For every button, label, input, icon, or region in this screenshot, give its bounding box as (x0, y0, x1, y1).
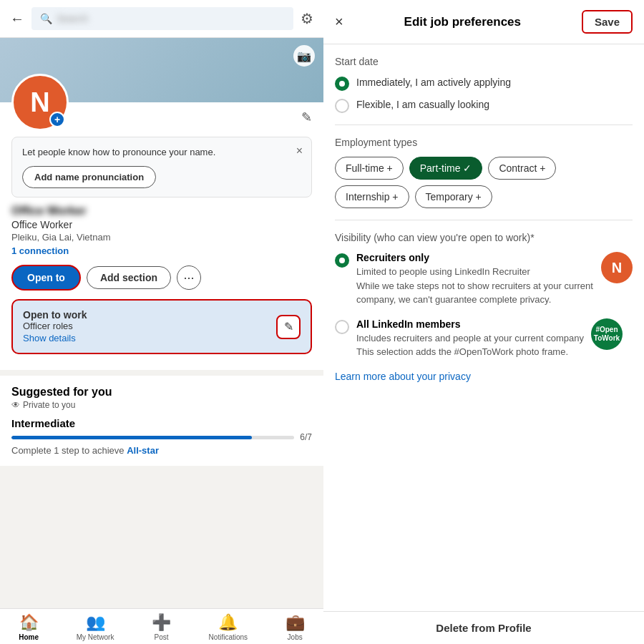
post-label: Post (155, 633, 169, 641)
allstar-link[interactable]: All-star (127, 445, 159, 456)
notifications-icon: 🔔 (218, 613, 238, 632)
connection-count: 1 connection (11, 245, 312, 256)
add-pronunciation-button[interactable]: Add name pronunciation (22, 166, 156, 188)
open-to-work-info: Open to work Officer roles Show details (23, 309, 87, 344)
eye-icon: 👁 (11, 400, 20, 410)
avatar: N + (11, 74, 69, 131)
add-section-button[interactable]: Add section (87, 266, 171, 289)
bottom-nav: 🏠 Home 👥 My Network ➕ Post 🔔 Notificatio… (0, 608, 323, 644)
search-icon: 🔍 (40, 13, 52, 24)
nav-notifications[interactable]: 🔔 Notifications (209, 613, 248, 641)
profile-title: Office Worker (11, 219, 312, 230)
progress-bar-background (11, 436, 294, 439)
progress-label: 6/7 (300, 432, 312, 442)
network-icon: 👥 (86, 613, 105, 632)
progress-bar-row: 6/7 (11, 432, 312, 442)
privacy-link[interactable]: Learn more about your privacy (335, 371, 633, 382)
divider-2 (335, 220, 633, 220)
nav-network[interactable]: 👥 My Network (77, 613, 114, 641)
chip-contract[interactable]: Contract + (488, 157, 556, 180)
network-label: My Network (77, 633, 114, 641)
search-text: Search (57, 13, 88, 24)
close-button[interactable]: × (335, 14, 343, 30)
vis-title-all: All LinkedIn members (356, 318, 584, 330)
open-to-work-role: Officer roles (23, 321, 87, 331)
nav-jobs[interactable]: 💼 Jobs (286, 613, 305, 641)
right-title: Edit job preferences (404, 15, 521, 29)
profile-banner: 📷 N + ✎ × Let people know how to pronoun… (0, 38, 323, 370)
visibility-all-members[interactable]: All LinkedIn members Includes recruiters… (335, 318, 633, 359)
jobs-label: Jobs (288, 633, 303, 641)
radio-flexible-circle (335, 99, 349, 113)
profile-edit-icon[interactable]: ✎ (301, 109, 312, 125)
left-panel: ← 🔍 Search ⚙ 📷 N + ✎ × Let people know h… (0, 0, 323, 644)
action-buttons: Open to Add section ··· (11, 265, 312, 291)
progress-section-title: Intermediate (11, 417, 312, 429)
pronunciation-card: × Let people know how to pronounce your … (11, 137, 312, 197)
visibility-label: Visibility (who can view you're open to … (335, 232, 633, 243)
vis-radio-recruiters (335, 253, 349, 268)
show-details-link[interactable]: Show details (23, 333, 76, 343)
camera-icon[interactable]: 📷 (293, 45, 315, 67)
nav-home[interactable]: 🏠 Home (19, 613, 39, 641)
vis-text-recruiters: Recruiters only Limited to people using … (356, 252, 594, 307)
employment-types-label: Employment types (335, 137, 633, 148)
jobs-icon: 💼 (286, 613, 305, 632)
suggested-title: Suggested for you (11, 386, 312, 399)
radio-immediately[interactable]: Immediately, I am actively applying (335, 76, 633, 91)
private-label: 👁 Private to you (11, 400, 312, 410)
open-to-work-card: Open to work Officer roles Show details … (11, 299, 312, 354)
right-content: Start date Immediately, I am actively ap… (323, 44, 644, 611)
open-to-button[interactable]: Open to (11, 265, 81, 291)
home-icon: 🏠 (19, 613, 39, 632)
post-icon: ➕ (152, 613, 171, 632)
open-to-work-title: Open to work (23, 309, 87, 321)
chip-parttime[interactable]: Part-time ✓ (409, 157, 483, 180)
delete-from-profile-button[interactable]: Delete from Profile (323, 611, 644, 644)
avatar-area: N + ✎ (0, 74, 323, 131)
vis-desc-all: Includes recruiters and people at your c… (356, 331, 584, 359)
edit-open-to-work-button[interactable]: ✎ (276, 315, 301, 339)
pronunciation-text: Let people know how to pronounce your na… (22, 146, 301, 159)
save-button[interactable]: Save (582, 10, 633, 34)
avatar-letter: N (30, 87, 49, 118)
right-header: × Edit job preferences Save (323, 0, 644, 44)
start-date-label: Start date (335, 56, 633, 67)
nav-post[interactable]: ➕ Post (152, 613, 171, 641)
top-bar: ← 🔍 Search ⚙ (0, 0, 323, 38)
employment-chips: Full-time + Part-time ✓ Contract + Inter… (335, 157, 633, 208)
divider-1 (335, 125, 633, 125)
radio-flexible-text: Flexible, I am casually looking (356, 98, 489, 112)
profile-location: Pleiku, Gia Lai, Vietnam (11, 232, 312, 243)
radio-immediately-inner (339, 81, 345, 87)
right-panel: × Edit job preferences Save Start date I… (323, 0, 644, 644)
profile-info: × Let people know how to pronounce your … (0, 131, 323, 370)
search-bar[interactable]: 🔍 Search (31, 7, 293, 30)
progress-bar-fill (11, 436, 252, 439)
add-photo-button[interactable]: + (49, 112, 65, 127)
vis-radio-recruiters-inner (339, 258, 345, 263)
more-options-button[interactable]: ··· (177, 265, 201, 290)
vis-avatar-recruiters: N (601, 252, 633, 283)
back-button[interactable]: ← (10, 11, 24, 27)
radio-flexible[interactable]: Flexible, I am casually looking (335, 98, 633, 113)
home-label: Home (19, 633, 39, 641)
allstar-text: Complete 1 step to achieve All-star (11, 445, 312, 456)
suggested-section: Suggested for you 👁 Private to you Inter… (0, 376, 323, 466)
pencil-icon: ✎ (284, 320, 293, 333)
chip-temporary[interactable]: Temporary + (415, 185, 492, 208)
radio-immediately-text: Immediately, I am actively applying (356, 76, 511, 90)
pronunciation-close-button[interactable]: × (296, 145, 303, 157)
chip-internship[interactable]: Internship + (335, 185, 409, 208)
radio-immediately-circle (335, 77, 349, 91)
camera-symbol: 📷 (297, 49, 311, 63)
chip-fulltime[interactable]: Full-time + (335, 157, 404, 180)
vis-desc-recruiters: Limited to people using LinkedIn Recruit… (356, 265, 594, 307)
notifications-label: Notifications (209, 633, 248, 641)
vis-avatar-otw: #OpenToWork (591, 318, 623, 350)
vis-title-recruiters: Recruiters only (356, 252, 594, 263)
settings-icon[interactable]: ⚙ (301, 10, 313, 27)
profile-name: Office Worker (11, 205, 312, 218)
vis-text-all: All LinkedIn members Includes recruiters… (356, 318, 584, 359)
visibility-recruiters[interactable]: Recruiters only Limited to people using … (335, 252, 633, 307)
